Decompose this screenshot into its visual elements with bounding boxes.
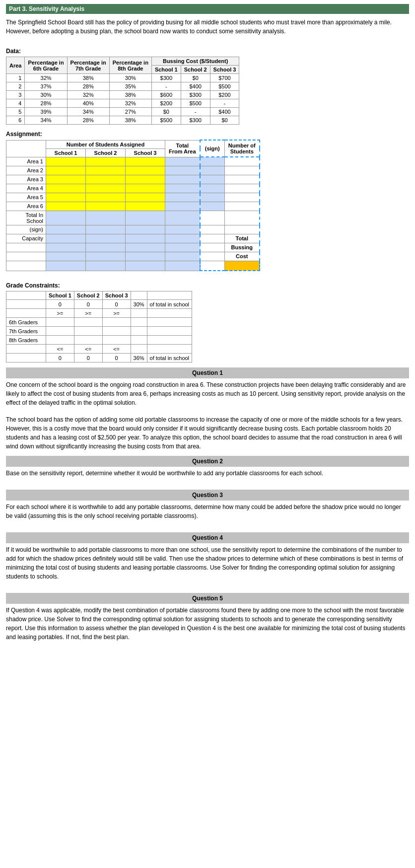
assign-foot-total bbox=[165, 252, 200, 261]
question-label-5: Question 4 bbox=[6, 532, 409, 543]
assign-yellow-cell bbox=[86, 193, 126, 202]
assign-foot-right: Bussing bbox=[225, 243, 260, 252]
gc-school3-header: School 3 bbox=[102, 291, 131, 300]
grade-cell: of total in school bbox=[147, 300, 192, 309]
table-cell: 34% bbox=[25, 116, 67, 125]
grade-bottom-cell bbox=[131, 345, 147, 354]
assign-school2-header: School 2 bbox=[86, 148, 126, 157]
assign-foot-total bbox=[165, 243, 200, 252]
question-text-3: Base on the sensitivity report, determin… bbox=[6, 469, 409, 478]
grade-row-cell: 8th Graders bbox=[6, 336, 46, 345]
grade-table: School 1 School 2 School 3 00030%of tota… bbox=[6, 291, 192, 362]
assign-students-cell bbox=[225, 202, 260, 211]
grade-cell: 0 bbox=[102, 300, 131, 309]
table-cell: 5 bbox=[6, 108, 25, 116]
table-cell: 32% bbox=[25, 74, 67, 82]
assign-foot-cell bbox=[86, 243, 126, 252]
total-from-area-header: TotalFrom Area bbox=[165, 140, 200, 157]
grade-row-cell bbox=[147, 336, 192, 345]
grade-row-cell bbox=[46, 318, 74, 327]
assign-foot-cell bbox=[126, 234, 165, 243]
question-label-3: Question 2 bbox=[6, 456, 409, 467]
table-cell: $200 bbox=[151, 99, 181, 108]
table-cell: 38% bbox=[109, 91, 151, 99]
assign-foot-cell bbox=[46, 252, 86, 261]
question-text-4: For each school where it is worthwhile t… bbox=[6, 503, 409, 520]
table-cell: 3 bbox=[6, 91, 25, 99]
grade-cell bbox=[131, 309, 147, 318]
table-cell: 38% bbox=[67, 74, 109, 82]
table-cell: 6 bbox=[6, 116, 25, 125]
assign-foot-label bbox=[6, 243, 46, 252]
assign-students-cell bbox=[225, 175, 260, 184]
gc-blank2-header bbox=[147, 291, 192, 300]
question-text-1: One concern of the school board is the o… bbox=[6, 380, 409, 407]
assign-sign-cell bbox=[200, 193, 225, 202]
assign-sign-cell bbox=[200, 202, 225, 211]
grade-cell: 30% bbox=[131, 300, 147, 309]
assign-foot-cell bbox=[46, 234, 86, 243]
sign-header: (sign) bbox=[200, 140, 225, 157]
grade-row-cell bbox=[74, 336, 102, 345]
grade-bottom-cell: 36% bbox=[131, 354, 147, 362]
table-cell: $400 bbox=[210, 108, 239, 116]
table-cell: $0 bbox=[181, 74, 210, 82]
assign-foot-total bbox=[165, 225, 200, 234]
school1-header: School 1 bbox=[151, 66, 181, 74]
assign-sign-cell bbox=[200, 175, 225, 184]
assign-foot-cell bbox=[86, 252, 126, 261]
assign-foot-cell bbox=[86, 225, 126, 234]
assign-school3-header: School 3 bbox=[126, 148, 165, 157]
part-title: Part 3. Sensitivity Analysis bbox=[9, 5, 84, 12]
table-cell: - bbox=[210, 99, 239, 108]
assignment-label: Assignment: bbox=[6, 131, 409, 138]
gc-school1-header: School 1 bbox=[46, 291, 74, 300]
grade-row-cell bbox=[74, 327, 102, 336]
assign-yellow-cell bbox=[126, 193, 165, 202]
grade-bottom-cell: of total in school bbox=[147, 354, 192, 362]
page-container: Part 3. Sensitivity Analysis The Springf… bbox=[0, 0, 415, 650]
table-cell: 35% bbox=[109, 82, 151, 91]
table-cell: 30% bbox=[25, 91, 67, 99]
assign-foot-label: Capacity bbox=[6, 234, 46, 243]
grade-row-cell bbox=[147, 327, 192, 336]
assign-sign-cell bbox=[200, 184, 225, 193]
area-header: Area bbox=[6, 57, 25, 74]
assign-row-label: Area 2 bbox=[6, 166, 46, 175]
gc-area-header bbox=[6, 291, 46, 300]
question-text-6: If Question 4 was applicable, modify the… bbox=[6, 606, 409, 642]
table-cell: 2 bbox=[6, 82, 25, 91]
school3-header: School 3 bbox=[210, 66, 239, 74]
gc-blank1-header bbox=[131, 291, 147, 300]
assign-foot-right: Cost bbox=[225, 252, 260, 261]
grade-constraints-section: Grade Constraints: School 1 School 2 Sch… bbox=[6, 282, 409, 362]
assign-foot-cell bbox=[86, 234, 126, 243]
assign-yellow-cell bbox=[46, 202, 86, 211]
assign-yellow-cell bbox=[86, 175, 126, 184]
assign-foot-total bbox=[165, 261, 200, 271]
pct-6th-header: Percentage in6th Grade bbox=[25, 57, 67, 74]
assign-total-cell bbox=[165, 202, 200, 211]
grade-row-cell bbox=[46, 336, 74, 345]
table-cell: 28% bbox=[67, 82, 109, 91]
assign-yellow-cell bbox=[86, 202, 126, 211]
part-header: Part 3. Sensitivity Analysis bbox=[6, 4, 409, 14]
table-cell: $500 bbox=[181, 99, 210, 108]
table-cell: 39% bbox=[25, 108, 67, 116]
table-cell: - bbox=[151, 82, 181, 91]
pct-7th-header: Percentage in7th Grade bbox=[67, 57, 109, 74]
assign-yellow-cell bbox=[126, 184, 165, 193]
bussing-cost-header: Bussing Cost ($/Student) bbox=[151, 57, 239, 66]
assign-area-header bbox=[6, 140, 46, 157]
table-cell: 38% bbox=[109, 116, 151, 125]
question-label-1: Question 1 bbox=[6, 367, 409, 378]
assign-students-cell bbox=[225, 157, 260, 166]
grade-bottom-cell: <= bbox=[102, 345, 131, 354]
table-cell: 32% bbox=[109, 99, 151, 108]
table-cell: 1 bbox=[6, 74, 25, 82]
assign-foot-right bbox=[225, 225, 260, 234]
table-cell: 32% bbox=[67, 91, 109, 99]
table-cell: $400 bbox=[181, 82, 210, 91]
data-label: Data: bbox=[6, 48, 409, 55]
assign-foot-cell bbox=[126, 261, 165, 271]
